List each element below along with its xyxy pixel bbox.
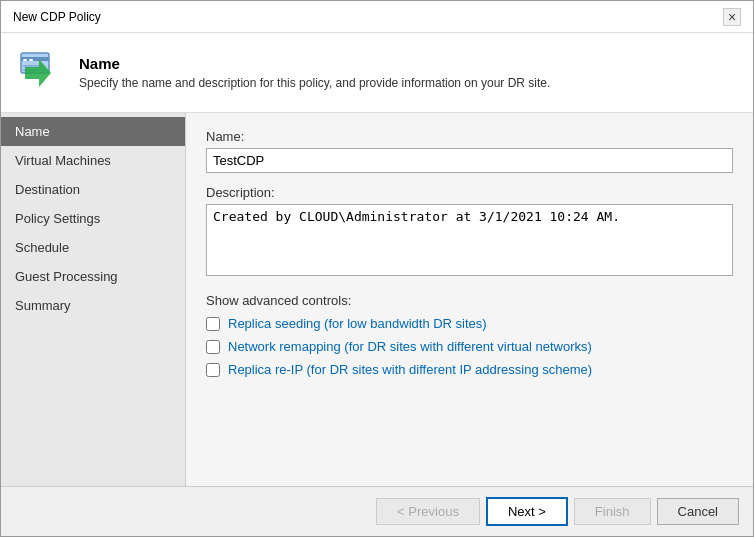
advanced-controls-label: Show advanced controls:: [206, 293, 733, 308]
next-button[interactable]: Next >: [486, 497, 568, 526]
checkbox-replica-reip[interactable]: [206, 363, 220, 377]
sidebar-item-summary[interactable]: Summary: [1, 291, 185, 320]
finish-button[interactable]: Finish: [574, 498, 651, 525]
footer: < Previous Next > Finish Cancel: [1, 486, 753, 536]
header-text: Name Specify the name and description fo…: [79, 55, 550, 90]
close-button[interactable]: ×: [723, 8, 741, 26]
title-bar: New CDP Policy ×: [1, 1, 753, 33]
header-section: Name Specify the name and description fo…: [1, 33, 753, 113]
header-subtitle: Specify the name and description for thi…: [79, 76, 550, 90]
header-title: Name: [79, 55, 550, 72]
checkbox-replica-reip-label[interactable]: Replica re-IP (for DR sites with differe…: [228, 362, 592, 377]
sidebar-item-schedule[interactable]: Schedule: [1, 233, 185, 262]
sidebar-item-destination[interactable]: Destination: [1, 175, 185, 204]
name-label: Name:: [206, 129, 733, 144]
checkbox-network-remapping-item: Network remapping (for DR sites with dif…: [206, 339, 733, 354]
main-content: Name: Description: Created by CLOUD\Admi…: [186, 113, 753, 486]
window-title: New CDP Policy: [13, 10, 101, 24]
sidebar-item-name[interactable]: Name: [1, 117, 185, 146]
cdp-icon: [17, 49, 65, 97]
name-input[interactable]: [206, 148, 733, 173]
sidebar-item-guest-processing[interactable]: Guest Processing: [1, 262, 185, 291]
checkbox-replica-seeding-label[interactable]: Replica seeding (for low bandwidth DR si…: [228, 316, 487, 331]
description-input[interactable]: Created by CLOUD\Administrator at 3/1/20…: [206, 204, 733, 276]
advanced-controls-section: Show advanced controls: Replica seeding …: [206, 293, 733, 377]
svg-rect-2: [23, 59, 27, 61]
checkbox-replica-reip-item: Replica re-IP (for DR sites with differe…: [206, 362, 733, 377]
description-field-group: Description: Created by CLOUD\Administra…: [206, 185, 733, 279]
previous-button[interactable]: < Previous: [376, 498, 480, 525]
cancel-button[interactable]: Cancel: [657, 498, 739, 525]
checkbox-network-remapping-label[interactable]: Network remapping (for DR sites with dif…: [228, 339, 592, 354]
content-area: Name Virtual Machines Destination Policy…: [1, 113, 753, 486]
dialog-window: New CDP Policy × Name Specify the name a…: [0, 0, 754, 537]
name-field-group: Name:: [206, 129, 733, 173]
description-label: Description:: [206, 185, 733, 200]
sidebar-item-virtual-machines[interactable]: Virtual Machines: [1, 146, 185, 175]
sidebar-item-policy-settings[interactable]: Policy Settings: [1, 204, 185, 233]
sidebar: Name Virtual Machines Destination Policy…: [1, 113, 186, 486]
checkbox-replica-seeding-item: Replica seeding (for low bandwidth DR si…: [206, 316, 733, 331]
svg-rect-3: [29, 59, 33, 61]
checkbox-network-remapping[interactable]: [206, 340, 220, 354]
checkbox-replica-seeding[interactable]: [206, 317, 220, 331]
